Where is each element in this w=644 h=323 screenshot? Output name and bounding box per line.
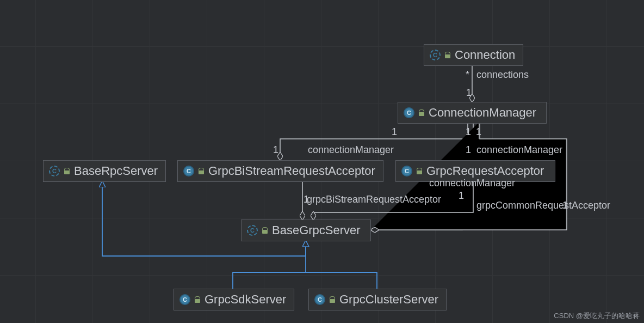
class-icon — [247, 225, 258, 236]
class-label: GrpcClusterServer — [339, 292, 438, 307]
class-label: ConnectionManager — [429, 106, 536, 120]
edge-label-common_label: grpcCommonRequestAcceptor — [476, 200, 610, 211]
lock-icon — [64, 168, 70, 174]
edge-label-bi_cm_one: 1 — [273, 144, 278, 156]
lock-icon — [419, 109, 424, 116]
edge-label-req_cm_one: 1 — [466, 144, 471, 156]
class-label: BaseRpcServer — [74, 164, 158, 178]
class-node-connectionManager[interactable]: ConnectionManager — [398, 102, 547, 124]
class-icon — [404, 107, 414, 118]
edge-label-cm_top_right1: 1 — [466, 126, 471, 138]
edge-label-req_cm_label: connectionManager — [476, 144, 562, 156]
lock-icon — [199, 168, 204, 174]
edge-label-bgrpc_cm_label: connectionManager — [429, 178, 515, 189]
class-label: Connection — [455, 48, 515, 62]
edge-label-bi_cm_label: connectionManager — [308, 144, 394, 156]
class-icon — [401, 166, 412, 176]
lock-icon — [417, 168, 422, 174]
edge-label-cm_top_right2: 1 — [476, 126, 481, 138]
edge-label-cm_top_left: 1 — [392, 126, 397, 138]
class-icon — [49, 166, 60, 176]
class-node-baseRpcServer[interactable]: BaseRpcServer — [43, 160, 166, 182]
class-label: GrpcRequestAcceptor — [426, 164, 544, 178]
edge-label-connections_star: * — [466, 69, 469, 81]
class-icon — [183, 166, 194, 176]
edge-label-connections_name: connections — [476, 69, 529, 81]
class-icon — [430, 50, 441, 60]
edge-label-bgrpc_cm_one: 1 — [459, 190, 464, 202]
watermark: CSDN @爱吃丸子的哈哈蒋 — [554, 311, 640, 321]
class-node-baseGrpcServer[interactable]: BaseGrpcServer — [241, 220, 371, 241]
lock-icon — [445, 52, 450, 58]
lock-icon — [195, 296, 200, 303]
class-node-grpcSdkServer[interactable]: GrpcSdkServer — [174, 289, 294, 310]
class-label: GrpcSdkServer — [205, 292, 286, 307]
class-icon — [314, 294, 325, 305]
class-label: BaseGrpcServer — [272, 223, 361, 237]
edge-label-bi_acceptor_one: 1 — [304, 194, 309, 205]
lock-icon — [330, 296, 335, 303]
class-label: GrpcBiStreamRequestAcceptor — [208, 164, 375, 178]
class-node-grpcBiStreamAcceptor[interactable]: GrpcBiStreamRequestAcceptor — [177, 160, 383, 182]
class-icon — [179, 294, 190, 305]
edge-label-bi_acceptor_label: grpcBiStreamRequestAcceptor — [307, 194, 441, 205]
class-node-grpcClusterServer[interactable]: GrpcClusterServer — [308, 289, 447, 310]
edge-label-common_one: 1 — [562, 200, 568, 211]
edge-label-connections_one: 1 — [466, 87, 472, 99]
class-node-connection[interactable]: Connection — [424, 44, 523, 66]
lock-icon — [262, 227, 268, 234]
